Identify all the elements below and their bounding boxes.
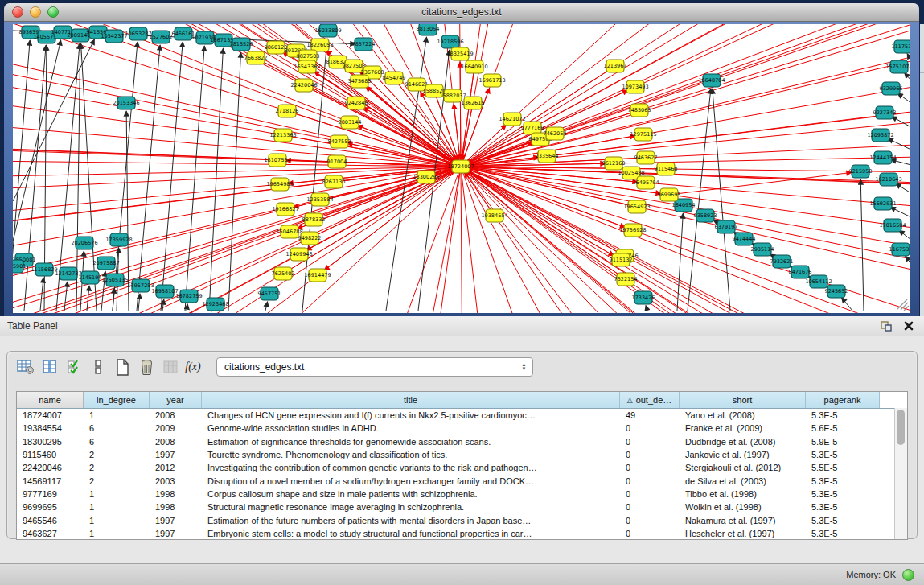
graph-node[interactable]: 14621072	[499, 113, 525, 126]
column-visibility-icon[interactable]	[39, 356, 60, 377]
table-row[interactable]: 946554611997Estimation of the future num…	[17, 513, 907, 526]
column-header-year[interactable]: year	[150, 392, 202, 408]
column-header-in_degree[interactable]: in_degree	[84, 392, 150, 408]
table-settings-icon[interactable]	[15, 356, 36, 377]
table-row[interactable]: 969969511998Structural magnetic resonanc…	[17, 501, 907, 513]
graph-node-label: 3315901	[13, 263, 26, 270]
graph-node[interactable]: 12444154	[869, 151, 896, 164]
table-row[interactable]: 946362711997Embryonic stem cells: a mode…	[17, 527, 907, 540]
graph-node[interactable]: 19166827	[272, 203, 298, 216]
graph-node[interactable]: 16961713	[478, 74, 505, 87]
graph-node[interactable]: 9245652	[825, 285, 848, 298]
graph-node[interactable]: 1733426	[632, 291, 655, 304]
graph-node[interactable]: 19756928	[619, 224, 646, 237]
graph-node[interactable]: 9329966	[880, 82, 903, 95]
graph-node[interactable]: 16782759	[175, 290, 202, 303]
column-header-name[interactable]: name	[17, 392, 84, 408]
graph-node[interactable]: 16914479	[304, 269, 331, 282]
column-header-title[interactable]: title	[202, 392, 620, 408]
close-icon[interactable]	[901, 319, 916, 332]
column-header-short[interactable]: short	[680, 392, 806, 408]
graph-node[interactable]: 8267130	[322, 175, 346, 188]
graph-node[interactable]: 9498222	[298, 232, 322, 245]
row-checks-icon[interactable]	[64, 356, 84, 377]
graph-node[interactable]: 7857224	[352, 38, 376, 51]
table-cell: 1	[84, 516, 150, 525]
table-cell: 5.3E-5	[806, 529, 880, 538]
column-header-out_de[interactable]: △out_de…	[620, 392, 680, 408]
graph-node[interactable]: 2803144	[339, 116, 362, 129]
scrollbar-thumb[interactable]	[897, 410, 905, 445]
graph-node[interactable]: 19654985	[266, 178, 293, 191]
table-row[interactable]: 1830029562008Estimation of significance …	[17, 435, 907, 448]
graph-node[interactable]: 12975115	[630, 128, 656, 141]
graph-node[interactable]: 9115132	[610, 253, 633, 266]
graph-node[interactable]: 19654923	[623, 200, 650, 213]
graph-node[interactable]: 7522154	[614, 273, 638, 286]
column-header-pagerank[interactable]: pagerank	[806, 392, 880, 408]
graph-node[interactable]: 11156829	[31, 263, 57, 276]
graph-node[interactable]: 16958107	[151, 285, 178, 298]
graph-node[interactable]: 9457751	[258, 287, 281, 300]
graph-node[interactable]: 16648784	[698, 74, 725, 87]
graph-node[interactable]: 7663822	[244, 51, 268, 64]
network-canvas[interactable]: 8936399140557121407714208914069415561105…	[13, 24, 910, 313]
function-icon[interactable]: f(x)	[184, 356, 205, 377]
graph-node[interactable]: 6379197	[715, 220, 738, 233]
graph-node[interactable]: 9215958	[849, 165, 873, 178]
cell-pair-icon[interactable]	[88, 356, 109, 377]
graph-node[interactable]: 9115460	[655, 163, 678, 175]
table-row[interactable]: 911546021997Tourette syndrome. Phenomeno…	[17, 448, 907, 461]
graph-node[interactable]: 1167531	[889, 243, 910, 256]
table-row[interactable]: 1938455462009Genome-wide association stu…	[17, 422, 907, 435]
graph-node[interactable]: 1117534	[892, 40, 910, 53]
column-header-label: out_de…	[636, 395, 672, 405]
graph-node[interactable]: 7462054	[544, 127, 567, 140]
float-panel-icon[interactable]	[879, 319, 893, 332]
graph-node[interactable]: 7485063	[628, 104, 651, 117]
graph-node[interactable]: 9699695	[658, 188, 681, 201]
table-row[interactable]: 977716911998Corpus callosum shape and si…	[17, 488, 907, 501]
graph-node[interactable]: 7815526	[230, 38, 253, 51]
graph-node[interactable]: 17957253	[127, 279, 154, 292]
graph-node[interactable]: 9474444	[733, 233, 756, 245]
graph-node[interactable]: 9358923	[694, 209, 717, 222]
table-row[interactable]: 1456911722003Disruption of a novel membe…	[17, 474, 907, 487]
graph-node[interactable]: 9227343	[873, 106, 897, 119]
graph-node[interactable]: 9612160	[602, 157, 626, 170]
graph-node[interactable]: 10653287	[125, 27, 151, 40]
vertical-scrollbar[interactable]	[894, 408, 907, 539]
graph-node[interactable]: 16640910	[461, 60, 487, 73]
graph-node[interactable]: 20206576	[71, 237, 97, 249]
graph-node[interactable]: 2335644	[536, 150, 559, 163]
table-selector-dropdown[interactable]: citations_edges.txt▲▼	[216, 357, 533, 377]
graph-node[interactable]: 2935114	[751, 243, 774, 256]
graph-node[interactable]: 12353584	[306, 193, 333, 206]
graph-node[interactable]: 1145194	[79, 271, 102, 284]
graph-node[interactable]: 3475685	[348, 75, 372, 88]
graph-node[interactable]: 8427552	[328, 135, 351, 148]
network-window-titlebar[interactable]: citations_edges.txt	[4, 3, 919, 22]
graph-node[interactable]: 20153346	[113, 97, 139, 109]
graph-node[interactable]: 1362615	[462, 97, 485, 109]
graph-node[interactable]: 20975887	[92, 257, 119, 270]
graph-node[interactable]: 18325419	[446, 47, 473, 60]
graph-node[interactable]: 9242848	[345, 97, 368, 109]
graph-node[interactable]: 9463627	[634, 151, 658, 164]
table-row[interactable]: 1872400712008Changes of HCN gene express…	[17, 409, 907, 422]
graph-node[interactable]: 12213363	[269, 129, 296, 142]
graph-node[interactable]: 7932621	[770, 255, 794, 268]
graph-node[interactable]: 7625402	[272, 267, 295, 280]
graph-node[interactable]: 8813054	[417, 24, 440, 35]
graph-node[interactable]: 8471676	[789, 266, 812, 278]
graph-node[interactable]: 8878332	[302, 213, 326, 226]
graph-node[interactable]: 1527602	[150, 31, 173, 43]
graph-node[interactable]: 17016504	[879, 219, 906, 232]
graph-node[interactable]: 1213967	[604, 60, 627, 72]
graph-node[interactable]: 917004	[327, 155, 347, 168]
table-row[interactable]: 2242004622012Investigating the contribut…	[17, 461, 907, 474]
new-document-icon[interactable]	[112, 356, 133, 377]
graph-node[interactable]: 8454749	[383, 72, 406, 84]
delete-icon[interactable]	[136, 356, 157, 377]
graph-node[interactable]: 2718126	[276, 105, 299, 117]
